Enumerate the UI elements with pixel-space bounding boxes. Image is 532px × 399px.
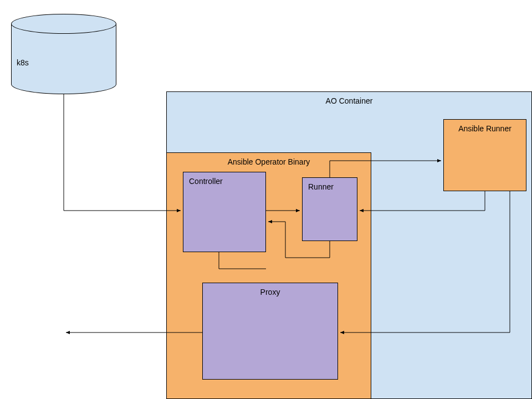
runner-label: Runner <box>308 182 357 191</box>
ansible-binary-label: Ansible Operator Binary <box>167 157 371 166</box>
cylinder-top <box>11 14 116 34</box>
controller-label: Controller <box>189 177 265 186</box>
k8s-label: k8s <box>17 58 29 67</box>
runner-box: Runner <box>302 177 357 241</box>
ansible-runner-label: Ansible Runner <box>444 124 526 133</box>
proxy-label: Proxy <box>203 288 337 296</box>
ansible-runner-box: Ansible Runner <box>443 119 526 191</box>
ao-container-label: AO Container <box>167 96 531 105</box>
proxy-box: Proxy <box>202 283 338 380</box>
arrow-k8s-to-controller <box>64 94 181 211</box>
k8s-datastore: k8s <box>11 14 116 94</box>
controller-box: Controller <box>183 172 266 252</box>
